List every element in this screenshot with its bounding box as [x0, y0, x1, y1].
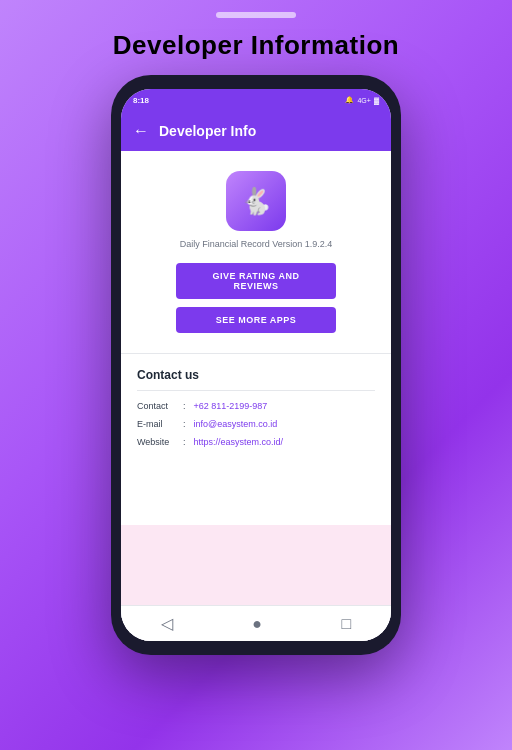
top-card: 🐇 Daily Financial Record Version 1.9.2.4… [121, 151, 391, 354]
phone-screen: 8:18 🔔 4G+ ▓ ← Developer Info 🐇 Daily Fi… [121, 89, 391, 641]
app-header-title: Developer Info [159, 123, 256, 139]
app-icon-image: 🐇 [240, 186, 272, 217]
app-version: Daily Financial Record Version 1.9.2.4 [180, 239, 333, 249]
nav-bar: ◁ ● □ [121, 605, 391, 641]
contact-label-phone: Contact [137, 401, 179, 411]
pink-decorative-area [121, 525, 391, 605]
contact-label-website: Website [137, 437, 179, 447]
app-header: ← Developer Info [121, 111, 391, 151]
nav-back-button[interactable]: ◁ [161, 614, 173, 633]
phone-frame: 8:18 🔔 4G+ ▓ ← Developer Info 🐇 Daily Fi… [111, 75, 401, 655]
give-rating-button[interactable]: GIVE RATING AND REVIEWS [176, 263, 336, 299]
contact-sep-website: : [183, 437, 186, 447]
nav-recents-button[interactable]: □ [342, 615, 352, 633]
drag-handle [216, 12, 296, 18]
contact-value-phone[interactable]: +62 811-2199-987 [194, 401, 268, 411]
nav-home-button[interactable]: ● [252, 615, 262, 633]
status-bar: 8:18 🔔 4G+ ▓ [121, 89, 391, 111]
contact-row-phone: Contact : +62 811-2199-987 [137, 401, 375, 411]
screen-content: 🐇 Daily Financial Record Version 1.9.2.4… [121, 151, 391, 641]
status-time: 8:18 [133, 96, 149, 105]
contact-sep-phone: : [183, 401, 186, 411]
contact-divider [137, 390, 375, 391]
back-button[interactable]: ← [133, 122, 149, 140]
page-title: Developer Information [113, 30, 399, 61]
contact-section-title: Contact us [137, 368, 375, 382]
see-more-apps-button[interactable]: SEE MORE APPS [176, 307, 336, 333]
battery-icon: 🔔 [345, 96, 354, 104]
app-icon: 🐇 [226, 171, 286, 231]
contact-value-website[interactable]: https://easystem.co.id/ [194, 437, 284, 447]
contact-row-email: E-mail : info@easystem.co.id [137, 419, 375, 429]
contact-value-email[interactable]: info@easystem.co.id [194, 419, 278, 429]
contact-card: Contact us Contact : +62 811-2199-987 E-… [121, 354, 391, 525]
contact-label-email: E-mail [137, 419, 179, 429]
status-icons: 🔔 4G+ ▓ [345, 96, 379, 104]
contact-sep-email: : [183, 419, 186, 429]
signal-bars: ▓ [374, 97, 379, 104]
contact-row-website: Website : https://easystem.co.id/ [137, 437, 375, 447]
network-icon: 4G+ [357, 97, 370, 104]
